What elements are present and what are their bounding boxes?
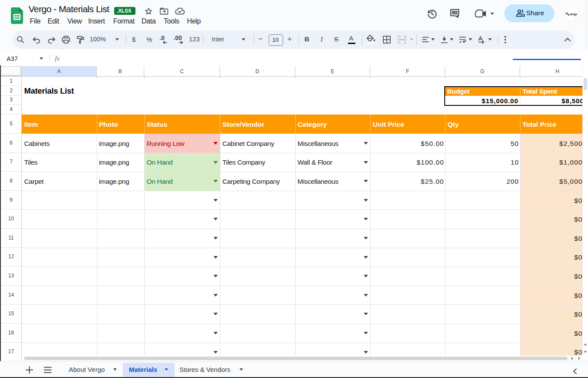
svg-text:.0: .0	[159, 35, 165, 41]
svg-text:vergo: vergo	[570, 13, 577, 16]
svg-text:.00: .00	[173, 35, 182, 41]
